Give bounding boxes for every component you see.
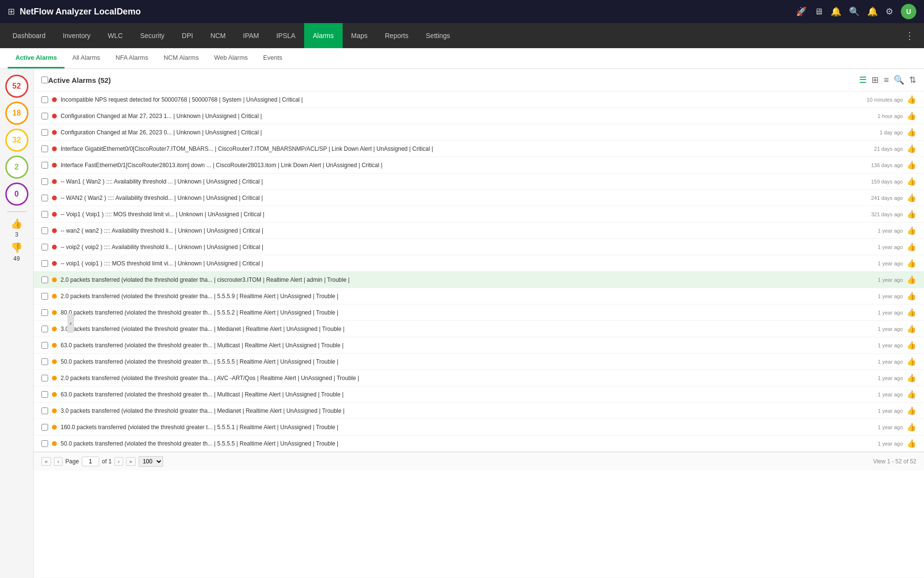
alarm-row[interactable]: 3.0 packets transferred (violated the th…: [34, 321, 924, 337]
alarm-thumb-button[interactable]: 👍: [907, 193, 916, 202]
first-page-button[interactable]: «: [41, 457, 51, 466]
alarm-thumb-button[interactable]: 👍: [907, 308, 916, 317]
alarm-thumb-button[interactable]: 👍: [907, 324, 916, 333]
sub-nav-all-alarms[interactable]: All Alarms: [64, 48, 108, 68]
badge-warning[interactable]: 2: [5, 156, 28, 179]
alarm-row[interactable]: -- Wan1 ( Wan2 ) :::: Availability thres…: [34, 173, 924, 190]
page-input[interactable]: [82, 457, 99, 466]
alarm-checkbox[interactable]: [41, 129, 48, 136]
alarm-thumb-button[interactable]: 👍: [907, 341, 916, 350]
sub-nav-nfa-alarms[interactable]: NFA Alarms: [108, 48, 156, 68]
gear-icon[interactable]: ⚙: [886, 6, 893, 17]
nav-item-ipam[interactable]: IPAM: [234, 23, 268, 48]
thumbs-down-icon[interactable]: 👎: [11, 242, 23, 253]
thumbs-up-icon[interactable]: 👍: [11, 218, 23, 229]
alarm-thumb-button[interactable]: 👍: [907, 177, 916, 186]
alarm-row[interactable]: 3.0 packets transferred (violated the th…: [34, 403, 924, 419]
alarm-thumb-button[interactable]: 👍: [907, 275, 916, 284]
nav-item-settings[interactable]: Settings: [417, 23, 459, 48]
nav-item-reports[interactable]: Reports: [376, 23, 417, 48]
alarm-thumb-button[interactable]: 👍: [907, 291, 916, 301]
alert-icon[interactable]: 🔔: [867, 6, 878, 17]
alarm-thumb-button[interactable]: 👍: [907, 160, 916, 170]
alarm-checkbox[interactable]: [41, 293, 48, 300]
alarm-checkbox[interactable]: [41, 276, 48, 283]
monitor-icon[interactable]: 🖥: [814, 7, 823, 17]
alarm-thumb-button[interactable]: 👍: [907, 406, 916, 415]
alarm-row[interactable]: Interface GigabitEthernet0/0[CiscoRouter…: [34, 141, 924, 157]
sub-nav-ncm-alarms[interactable]: NCM Alarms: [156, 48, 206, 68]
alarm-checkbox[interactable]: [41, 358, 48, 365]
alarm-checkbox[interactable]: [41, 244, 48, 250]
alarm-checkbox[interactable]: [41, 211, 48, 218]
alarm-checkbox[interactable]: [41, 145, 48, 152]
per-page-select[interactable]: 100 50 25 10: [139, 456, 163, 467]
alarm-thumb-button[interactable]: 👍: [907, 226, 916, 235]
nav-item-alarms[interactable]: Alarms: [304, 23, 343, 48]
alarm-thumb-button[interactable]: 👍: [907, 439, 916, 448]
alarm-checkbox[interactable]: [41, 424, 48, 431]
grid-view-icon[interactable]: ⊞: [872, 75, 879, 85]
avatar[interactable]: U: [901, 4, 916, 19]
list-view-icon[interactable]: ☰: [859, 75, 867, 85]
search-alarms-icon[interactable]: 🔍: [894, 75, 904, 85]
alarm-thumb-button[interactable]: 👍: [907, 210, 916, 219]
nav-item-dashboard[interactable]: Dashboard: [4, 23, 54, 48]
badge-clear[interactable]: 0: [5, 183, 28, 206]
alarm-checkbox[interactable]: [41, 113, 48, 119]
grid-icon[interactable]: ⊞: [8, 6, 15, 17]
last-page-button[interactable]: »: [126, 457, 136, 466]
nav-item-security[interactable]: Security: [131, 23, 173, 48]
nav-item-wlc[interactable]: WLC: [99, 23, 131, 48]
sub-nav-web-alarms[interactable]: Web Alarms: [206, 48, 256, 68]
alarm-row[interactable]: 2.0 packets transferred (violated the th…: [34, 370, 924, 386]
alarm-row[interactable]: Incompatible NPS request detected for 50…: [34, 92, 924, 108]
alarm-row[interactable]: 160.0 packets transferred (violated the …: [34, 419, 924, 435]
nav-item-ipsla[interactable]: IPSLA: [268, 23, 304, 48]
select-all-checkbox[interactable]: [41, 77, 48, 83]
alarm-thumb-button[interactable]: 👍: [907, 259, 916, 268]
compact-view-icon[interactable]: ≡: [884, 75, 889, 85]
nav-item-inventory[interactable]: Inventory: [54, 23, 100, 48]
alarm-checkbox[interactable]: [41, 342, 48, 349]
sub-nav-active-alarms[interactable]: Active Alarms: [8, 48, 64, 68]
bell-icon[interactable]: 🔔: [831, 6, 841, 17]
sort-icon[interactable]: ⇅: [909, 75, 916, 85]
alarm-row[interactable]: 2.0 packets transferred (violated the th…: [34, 272, 924, 288]
alarm-checkbox[interactable]: [41, 309, 48, 316]
alarm-checkbox[interactable]: [41, 96, 48, 103]
alarm-row[interactable]: -- Voip1 ( Voip1 ) :::: MOS threshold li…: [34, 206, 924, 223]
alarm-thumb-button[interactable]: 👍: [907, 128, 916, 137]
alarm-row[interactable]: -- voip2 ( voip2 ) :::: Availability thr…: [34, 239, 924, 255]
alarm-row[interactable]: -- wan2 ( wan2 ) :::: Availability thres…: [34, 223, 924, 239]
alarm-row[interactable]: 50.0 packets transferred (violated the t…: [34, 354, 924, 370]
badge-critical[interactable]: 52: [5, 75, 28, 98]
alarm-row[interactable]: 2.0 packets transferred (violated the th…: [34, 288, 924, 304]
alarm-checkbox[interactable]: [41, 227, 48, 234]
alarm-row[interactable]: Configuration Changed at Mar 26, 2023 0.…: [34, 124, 924, 141]
alarm-checkbox[interactable]: [41, 260, 48, 267]
alarm-row[interactable]: -- voip1 ( voip1 ) :::: MOS threshold li…: [34, 255, 924, 272]
sidebar-expand-button[interactable]: ›: [67, 314, 74, 333]
alarm-thumb-button[interactable]: 👍: [907, 390, 916, 399]
alarm-thumb-button[interactable]: 👍: [907, 422, 916, 432]
alarm-checkbox[interactable]: [41, 326, 48, 332]
alarm-row[interactable]: -- WAN2 ( Wan2 ) :::: Availability thres…: [34, 190, 924, 206]
search-icon[interactable]: 🔍: [849, 6, 860, 17]
badge-major[interactable]: 18: [5, 102, 28, 125]
next-page-button[interactable]: ›: [115, 457, 123, 466]
alarm-row[interactable]: Configuration Changed at Mar 27, 2023 1.…: [34, 108, 924, 124]
alarm-checkbox[interactable]: [41, 440, 48, 447]
nav-item-maps[interactable]: Maps: [343, 23, 376, 48]
nav-item-dpi[interactable]: DPI: [173, 23, 202, 48]
alarm-row[interactable]: 80.0 packets transferred (violated the t…: [34, 304, 924, 321]
alarm-checkbox[interactable]: [41, 178, 48, 185]
alarm-checkbox[interactable]: [41, 162, 48, 169]
alarm-thumb-button[interactable]: 👍: [907, 95, 916, 104]
nav-item-ncm[interactable]: NCM: [202, 23, 234, 48]
alarm-row[interactable]: 63.0 packets transferred (violated the t…: [34, 386, 924, 403]
prev-page-button[interactable]: ‹: [54, 457, 63, 466]
alarm-row[interactable]: 50.0 packets transferred (violated the t…: [34, 435, 924, 452]
alarm-thumb-button[interactable]: 👍: [907, 111, 916, 120]
alarm-checkbox[interactable]: [41, 391, 48, 398]
